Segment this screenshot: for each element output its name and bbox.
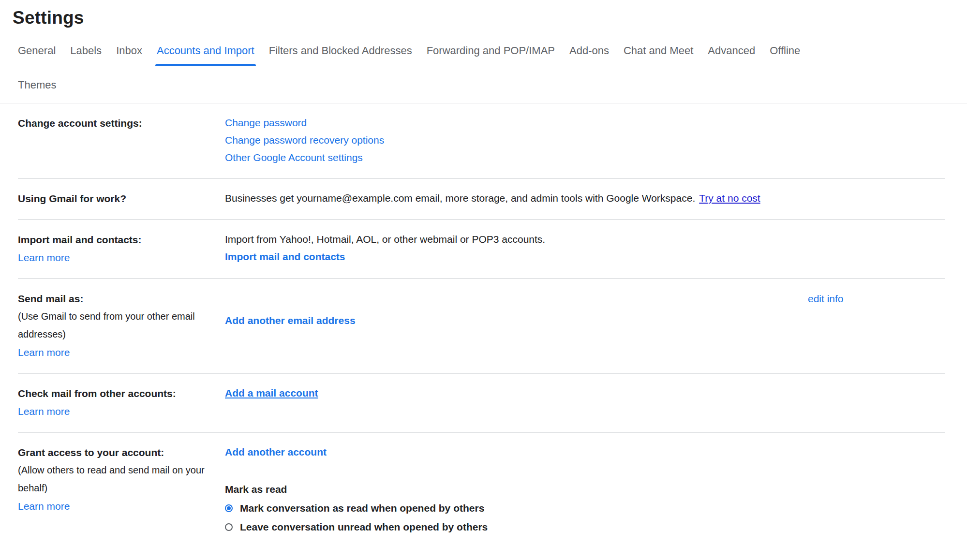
other-google-account-settings-link[interactable]: Other Google Account settings [225,152,363,163]
grant-access-subtext: (Allow others to read and send mail on y… [18,461,213,497]
row-label-column: Import mail and contacts: Learn more [18,231,225,266]
settings-page: Settings General Labels Inbox Accounts a… [0,8,967,560]
row-main-column: Businesses get yourname@example.com emai… [225,190,945,207]
sender-information-heading: Sender information [225,558,945,560]
radio-button-icon[interactable] [225,523,233,531]
row-main-column: Import from Yahoo!, Hotmail, AOL, or oth… [225,231,945,265]
add-another-account-link[interactable]: Add another account [225,443,327,461]
radio-option-label: Mark conversation as read when opened by… [240,502,484,515]
row-main-column: Add a mail account [225,384,945,402]
settings-tab-bar-row2: Themes [18,79,945,96]
row-main-column: Add another account Mark as read Mark co… [225,443,945,560]
row-main-column: Add another email address [225,290,808,329]
import-learn-more-link[interactable]: Learn more [18,249,70,266]
row-using-gmail-for-work: Using Gmail for work? Businesses get you… [18,179,945,220]
tab-chat-and-meet[interactable]: Chat and Meet [624,44,693,66]
tab-offline[interactable]: Offline [770,44,800,66]
check-mail-label: Check mail from other accounts: [18,384,213,402]
tab-general[interactable]: General [18,44,56,66]
change-password-link[interactable]: Change password [225,117,307,128]
row-change-account-settings: Change account settings: Change password… [18,103,945,179]
import-description-text: Import from Yahoo!, Hotmail, AOL, or oth… [225,231,945,248]
tab-themes[interactable]: Themes [18,79,56,96]
import-mail-and-contacts-label: Import mail and contacts: [18,231,213,249]
add-a-mail-account-link[interactable]: Add a mail account [225,384,318,402]
radio-option-label: Leave conversation unread when opened by… [240,521,488,533]
change-account-settings-label: Change account settings: [18,114,213,132]
tab-labels[interactable]: Labels [70,44,102,66]
row-import-mail-and-contacts: Import mail and contacts: Learn more Imp… [18,220,945,279]
check-mail-learn-more-link[interactable]: Learn more [18,402,70,420]
row-send-mail-as: Send mail as: (Use Gmail to send from yo… [18,279,945,374]
workspace-promo-text: Businesses get yourname@example.com emai… [225,192,695,204]
tab-forwarding-and-pop-imap[interactable]: Forwarding and POP/IMAP [427,44,555,66]
row-grant-access: Grant access to your account: (Allow oth… [18,433,945,560]
row-label-column: Using Gmail for work? [18,190,225,207]
tab-inbox[interactable]: Inbox [116,44,142,66]
mark-as-read-heading: Mark as read [225,483,945,496]
try-at-no-cost-link[interactable]: Try at no cost [699,192,760,204]
radio-option-leave-unread[interactable]: Leave conversation unread when opened by… [225,521,945,533]
grant-access-label: Grant access to your account: [18,443,213,461]
send-mail-as-label: Send mail as: [18,290,213,308]
row-side-column: edit info [808,290,945,308]
settings-tab-bar: General Labels Inbox Accounts and Import… [18,44,945,66]
radio-option-mark-as-read[interactable]: Mark conversation as read when opened by… [225,502,945,515]
grant-access-learn-more-link[interactable]: Learn more [18,497,70,515]
row-label-column: Grant access to your account: (Allow oth… [18,443,225,515]
change-password-recovery-options-link[interactable]: Change password recovery options [225,134,384,146]
using-gmail-for-work-label: Using Gmail for work? [18,190,213,207]
row-label-column: Send mail as: (Use Gmail to send from yo… [18,290,225,361]
import-mail-and-contacts-link[interactable]: Import mail and contacts [225,248,345,265]
row-check-mail-from-other-accounts: Check mail from other accounts: Learn mo… [18,374,945,433]
row-label-column: Change account settings: [18,114,225,132]
row-label-column: Check mail from other accounts: Learn mo… [18,384,225,420]
tab-accounts-and-import[interactable]: Accounts and Import [157,44,254,66]
radio-button-icon[interactable] [225,504,233,512]
page-title: Settings [13,8,945,28]
tab-add-ons[interactable]: Add-ons [569,44,609,66]
row-main-column: Change password Change password recovery… [225,114,945,166]
send-mail-as-subtext: (Use Gmail to send from your other email… [18,308,213,343]
tab-filters-and-blocked-addresses[interactable]: Filters and Blocked Addresses [269,44,412,66]
tab-advanced[interactable]: Advanced [708,44,755,66]
send-mail-as-learn-more-link[interactable]: Learn more [18,343,70,361]
add-another-email-address-link[interactable]: Add another email address [225,312,356,329]
edit-info-link[interactable]: edit info [808,293,844,304]
